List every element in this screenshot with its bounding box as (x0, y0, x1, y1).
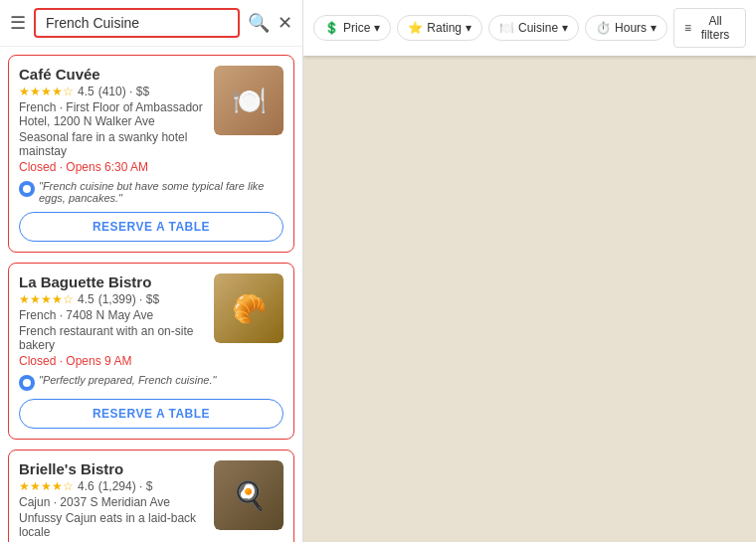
review-text: "French cuisine but have some typical fa… (39, 180, 284, 204)
card-review: "French cuisine but have some typical fa… (19, 180, 284, 204)
all-filters-label: All filters (695, 14, 735, 42)
card-image: 🍳 (214, 460, 284, 530)
reviewer-avatar-icon (19, 181, 35, 197)
card-rating: ★★★★☆ 4.5 (410) · $$ (19, 85, 206, 98)
stars: ★★★★☆ (19, 479, 74, 493)
card-image-placeholder: 🍽️ (214, 66, 284, 135)
avatar-inner (23, 379, 31, 387)
restaurant-card-brielles-bistro[interactable]: Brielle's Bistro ★★★★☆ 4.6 (1,294) · $ C… (8, 450, 294, 542)
cuisine-filter-icon: 🍽️ (499, 21, 514, 35)
restaurant-card-la-baguette[interactable]: La Baguette Bistro ★★★★☆ 4.5 (1,399) · $… (8, 263, 294, 440)
reviewer-avatar-icon (19, 375, 35, 391)
restaurant-name: Brielle's Bistro (19, 460, 206, 477)
cuisine-chevron-icon: ▾ (562, 21, 568, 35)
rating-filter-icon: ⭐ (408, 21, 423, 35)
search-icon[interactable]: 🔍 (248, 12, 270, 34)
review-count: (1,294) · $ (98, 479, 153, 493)
all-filters-button[interactable]: ≡ All filters (673, 8, 746, 48)
hamburger-menu-icon[interactable]: ☰ (10, 12, 26, 34)
cuisine-filter-label: Cuisine (518, 21, 558, 35)
rating-filter-label: Rating (427, 21, 462, 35)
card-image-placeholder: 🥐 (214, 273, 284, 343)
review-text: "Perfectly prepared, French cuisine." (39, 374, 216, 386)
results-list: Café Cuvée ★★★★☆ 4.5 (410) · $$ French ·… (0, 47, 302, 542)
card-info: La Baguette Bistro ★★★★☆ 4.5 (1,399) · $… (19, 273, 206, 370)
card-info: Café Cuvée ★★★★☆ 4.5 (410) · $$ French ·… (19, 66, 206, 176)
cuisine-filter-button[interactable]: 🍽️ Cuisine ▾ (488, 15, 579, 41)
card-status: Closed · Opens 6:30 AM (19, 160, 206, 174)
restaurant-card-cafe-cuvee[interactable]: Café Cuvée ★★★★☆ 4.5 (410) · $$ French ·… (8, 55, 294, 253)
stars: ★★★★☆ (19, 85, 74, 98)
card-desc: Unfussy Cajun eats in a laid-back locale (19, 511, 206, 539)
reserve-table-button-cafe-cuvee[interactable]: RESERVE A TABLE (19, 212, 284, 242)
review-count: (410) · $$ (98, 85, 149, 98)
card-rating: ★★★★☆ 4.6 (1,294) · $ (19, 479, 206, 493)
rating-filter-button[interactable]: ⭐ Rating ▾ (397, 15, 482, 41)
rating-chevron-icon: ▾ (466, 21, 472, 35)
card-category: Cajun · 2037 S Meridian Ave (19, 495, 206, 509)
card-desc: Seasonal fare in a swanky hotel mainstay (19, 130, 206, 158)
all-filters-icon: ≡ (684, 21, 691, 35)
search-input[interactable] (34, 8, 240, 38)
restaurant-name: La Baguette Bistro (19, 273, 206, 290)
card-rating: ★★★★☆ 4.5 (1,399) · $$ (19, 292, 206, 306)
avatar-inner (23, 185, 31, 193)
reserve-table-button-la-baguette[interactable]: RESERVE A TABLE (19, 399, 284, 429)
card-category: French · 7408 N May Ave (19, 308, 206, 322)
stars: ★★★★☆ (19, 292, 74, 306)
hours-chevron-icon: ▾ (651, 21, 657, 35)
card-top: Brielle's Bistro ★★★★☆ 4.6 (1,294) · $ C… (19, 460, 284, 542)
filter-bar: 💲 Price ▾ ⭐ Rating ▾ 🍽️ Cuisine ▾ ⏱️ Hou… (303, 0, 756, 56)
hours-filter-label: Hours (615, 21, 647, 35)
card-desc: French restaurant with an on-site bakery (19, 324, 206, 352)
card-image: 🍽️ (214, 66, 284, 135)
card-status: Closed · Opens 9 AM (19, 354, 206, 368)
restaurant-name: Café Cuvée (19, 66, 206, 83)
card-review: "Perfectly prepared, French cuisine." (19, 374, 284, 391)
card-image-placeholder: 🍳 (214, 460, 284, 530)
card-top: Café Cuvée ★★★★☆ 4.5 (410) · $$ French ·… (19, 66, 284, 176)
rating-value: 4.6 (78, 479, 94, 493)
hours-filter-icon: ⏱️ (596, 21, 611, 35)
rating-value: 4.5 (78, 85, 94, 98)
card-category: French · First Floor of Ambassador Hotel… (19, 100, 206, 128)
close-icon[interactable]: ✕ (278, 12, 292, 34)
rating-value: 4.5 (78, 292, 94, 306)
card-info: Brielle's Bistro ★★★★☆ 4.6 (1,294) · $ C… (19, 460, 206, 542)
left-panel: ☰ 🔍 ✕ Café Cuvée ★★★★☆ 4.5 (410) · $$ Fr… (0, 0, 303, 542)
price-filter-label: Price (343, 21, 370, 35)
price-filter-icon: 💲 (324, 21, 339, 35)
card-top: La Baguette Bistro ★★★★☆ 4.5 (1,399) · $… (19, 273, 284, 370)
hours-filter-button[interactable]: ⏱️ Hours ▾ (585, 15, 667, 41)
review-count: (1,399) · $$ (98, 292, 159, 306)
card-image: 🥐 (214, 273, 284, 343)
price-chevron-icon: ▾ (374, 21, 380, 35)
search-bar: ☰ 🔍 ✕ (0, 0, 302, 47)
price-filter-button[interactable]: 💲 Price ▾ (313, 15, 391, 41)
map-panel[interactable]: 💲 Price ▾ ⭐ Rating ▾ 🍽️ Cuisine ▾ ⏱️ Hou… (303, 0, 756, 542)
